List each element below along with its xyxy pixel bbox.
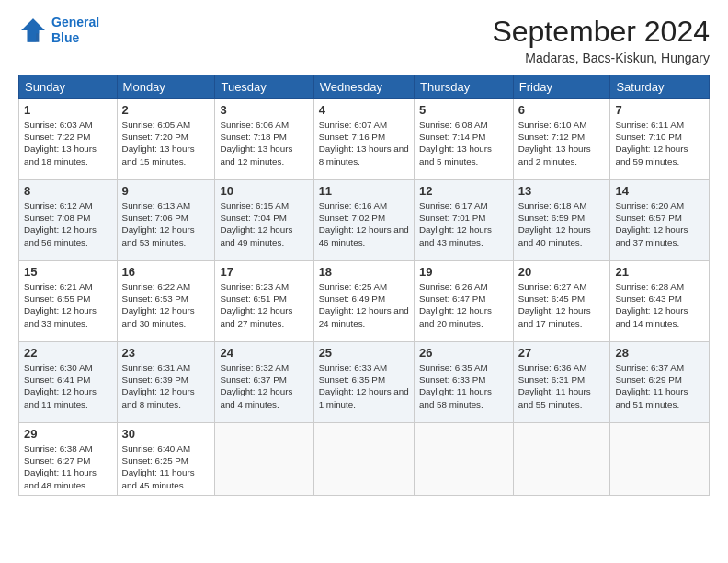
- empty-cell: [215, 423, 313, 496]
- logo: General Blue: [18, 15, 99, 46]
- day-info: Sunrise: 6:28 AMSunset: 6:43 PMDaylight:…: [615, 281, 704, 329]
- day-12: 12 Sunrise: 6:17 AMSunset: 7:01 PMDaylig…: [415, 180, 514, 261]
- day-number: 28: [615, 346, 704, 360]
- day-30: 30 Sunrise: 6:40 AMSunset: 6:25 PMDaylig…: [117, 423, 215, 496]
- logo-icon: [18, 16, 48, 45]
- day-info: Sunrise: 6:35 AMSunset: 6:33 PMDaylight:…: [419, 362, 508, 410]
- month-title: September 2024: [492, 15, 710, 49]
- day-info: Sunrise: 6:12 AMSunset: 7:08 PMDaylight:…: [24, 200, 112, 248]
- day-25: 25 Sunrise: 6:33 AMSunset: 6:35 PMDaylig…: [313, 342, 414, 423]
- day-number: 26: [419, 346, 508, 360]
- day-info: Sunrise: 6:23 AMSunset: 6:51 PMDaylight:…: [220, 281, 308, 329]
- day-info: Sunrise: 6:20 AMSunset: 6:57 PMDaylight:…: [615, 200, 704, 248]
- day-info: Sunrise: 6:05 AMSunset: 7:20 PMDaylight:…: [122, 119, 210, 167]
- day-19: 19 Sunrise: 6:26 AMSunset: 6:47 PMDaylig…: [415, 261, 514, 342]
- day-number: 18: [319, 265, 409, 279]
- location: Madaras, Bacs-Kiskun, Hungary: [492, 51, 710, 65]
- logo-line2: Blue: [51, 30, 79, 45]
- day-number: 5: [419, 103, 508, 117]
- header-saturday: Saturday: [610, 75, 710, 99]
- week-row-3: 15 Sunrise: 6:21 AMSunset: 6:55 PMDaylig…: [19, 261, 710, 342]
- day-number: 13: [518, 184, 606, 198]
- day-info: Sunrise: 6:03 AMSunset: 7:22 PMDaylight:…: [24, 119, 112, 167]
- week-row-1: 1 Sunrise: 6:03 AMSunset: 7:22 PMDayligh…: [19, 99, 710, 180]
- day-info: Sunrise: 6:17 AMSunset: 7:01 PMDaylight:…: [419, 200, 508, 248]
- empty-cell: [415, 423, 514, 496]
- day-23: 23 Sunrise: 6:31 AMSunset: 6:39 PMDaylig…: [117, 342, 215, 423]
- day-27: 27 Sunrise: 6:36 AMSunset: 6:31 PMDaylig…: [513, 342, 610, 423]
- day-info: Sunrise: 6:10 AMSunset: 7:12 PMDaylight:…: [518, 119, 606, 167]
- day-number: 9: [122, 184, 210, 198]
- day-29: 29 Sunrise: 6:38 AMSunset: 6:27 PMDaylig…: [19, 423, 118, 496]
- empty-cell: [313, 423, 414, 496]
- day-info: Sunrise: 6:22 AMSunset: 6:53 PMDaylight:…: [122, 281, 210, 329]
- day-26: 26 Sunrise: 6:35 AMSunset: 6:33 PMDaylig…: [415, 342, 514, 423]
- logo-line1: General: [51, 15, 99, 29]
- header-thursday: Thursday: [415, 75, 514, 99]
- title-block: September 2024 Madaras, Bacs-Kiskun, Hun…: [492, 15, 710, 65]
- day-info: Sunrise: 6:25 AMSunset: 6:49 PMDaylight:…: [319, 281, 409, 329]
- day-7: 7 Sunrise: 6:11 AMSunset: 7:10 PMDayligh…: [610, 99, 710, 180]
- day-9: 9 Sunrise: 6:13 AMSunset: 7:06 PMDayligh…: [117, 180, 215, 261]
- day-number: 17: [220, 265, 308, 279]
- day-11: 11 Sunrise: 6:16 AMSunset: 7:02 PMDaylig…: [313, 180, 414, 261]
- svg-marker-1: [21, 18, 45, 42]
- header-tuesday: Tuesday: [215, 75, 313, 99]
- day-number: 21: [615, 265, 704, 279]
- day-info: Sunrise: 6:08 AMSunset: 7:14 PMDaylight:…: [419, 119, 508, 167]
- week-row-2: 8 Sunrise: 6:12 AMSunset: 7:08 PMDayligh…: [19, 180, 710, 261]
- day-info: Sunrise: 6:40 AMSunset: 6:25 PMDaylight:…: [122, 442, 210, 491]
- header-wednesday: Wednesday: [313, 75, 414, 99]
- day-number: 30: [122, 427, 210, 441]
- day-28: 28 Sunrise: 6:37 AMSunset: 6:29 PMDaylig…: [610, 342, 710, 423]
- day-info: Sunrise: 6:13 AMSunset: 7:06 PMDaylight:…: [122, 200, 210, 248]
- empty-cell: [610, 423, 710, 496]
- day-16: 16 Sunrise: 6:22 AMSunset: 6:53 PMDaylig…: [117, 261, 215, 342]
- day-info: Sunrise: 6:38 AMSunset: 6:27 PMDaylight:…: [24, 442, 112, 491]
- day-17: 17 Sunrise: 6:23 AMSunset: 6:51 PMDaylig…: [215, 261, 313, 342]
- day-info: Sunrise: 6:18 AMSunset: 6:59 PMDaylight:…: [518, 200, 606, 248]
- day-22: 22 Sunrise: 6:30 AMSunset: 6:41 PMDaylig…: [19, 342, 118, 423]
- day-info: Sunrise: 6:07 AMSunset: 7:16 PMDaylight:…: [319, 119, 409, 167]
- week-row-4: 22 Sunrise: 6:30 AMSunset: 6:41 PMDaylig…: [19, 342, 710, 423]
- day-info: Sunrise: 6:36 AMSunset: 6:31 PMDaylight:…: [518, 362, 606, 410]
- day-info: Sunrise: 6:37 AMSunset: 6:29 PMDaylight:…: [615, 362, 704, 410]
- day-info: Sunrise: 6:16 AMSunset: 7:02 PMDaylight:…: [319, 200, 409, 248]
- page: General Blue September 2024 Madaras, Bac…: [0, 0, 728, 563]
- day-15: 15 Sunrise: 6:21 AMSunset: 6:55 PMDaylig…: [19, 261, 118, 342]
- week-row-5: 29 Sunrise: 6:38 AMSunset: 6:27 PMDaylig…: [19, 423, 710, 496]
- day-number: 10: [220, 184, 308, 198]
- day-18: 18 Sunrise: 6:25 AMSunset: 6:49 PMDaylig…: [313, 261, 414, 342]
- header-monday: Monday: [117, 75, 215, 99]
- weekday-header-row: Sunday Monday Tuesday Wednesday Thursday…: [19, 75, 710, 99]
- day-number: 20: [518, 265, 606, 279]
- header: General Blue September 2024 Madaras, Bac…: [18, 15, 710, 65]
- day-13: 13 Sunrise: 6:18 AMSunset: 6:59 PMDaylig…: [513, 180, 610, 261]
- day-number: 7: [615, 103, 704, 117]
- day-24: 24 Sunrise: 6:32 AMSunset: 6:37 PMDaylig…: [215, 342, 313, 423]
- day-10: 10 Sunrise: 6:15 AMSunset: 7:04 PMDaylig…: [215, 180, 313, 261]
- day-info: Sunrise: 6:21 AMSunset: 6:55 PMDaylight:…: [24, 281, 112, 329]
- day-number: 14: [615, 184, 704, 198]
- header-sunday: Sunday: [19, 75, 118, 99]
- day-14: 14 Sunrise: 6:20 AMSunset: 6:57 PMDaylig…: [610, 180, 710, 261]
- day-info: Sunrise: 6:32 AMSunset: 6:37 PMDaylight:…: [220, 362, 308, 410]
- day-number: 1: [24, 103, 112, 117]
- day-number: 24: [220, 346, 308, 360]
- day-number: 22: [24, 346, 112, 360]
- day-info: Sunrise: 6:06 AMSunset: 7:18 PMDaylight:…: [220, 119, 308, 167]
- day-info: Sunrise: 6:30 AMSunset: 6:41 PMDaylight:…: [24, 362, 112, 410]
- day-info: Sunrise: 6:33 AMSunset: 6:35 PMDaylight:…: [319, 362, 409, 410]
- day-2: 2 Sunrise: 6:05 AMSunset: 7:20 PMDayligh…: [117, 99, 215, 180]
- day-number: 27: [518, 346, 606, 360]
- day-number: 23: [122, 346, 210, 360]
- day-number: 25: [319, 346, 409, 360]
- day-4: 4 Sunrise: 6:07 AMSunset: 7:16 PMDayligh…: [313, 99, 414, 180]
- calendar: Sunday Monday Tuesday Wednesday Thursday…: [18, 75, 710, 496]
- day-number: 12: [419, 184, 508, 198]
- day-info: Sunrise: 6:31 AMSunset: 6:39 PMDaylight:…: [122, 362, 210, 410]
- day-info: Sunrise: 6:26 AMSunset: 6:47 PMDaylight:…: [419, 281, 508, 329]
- empty-cell: [513, 423, 610, 496]
- day-3: 3 Sunrise: 6:06 AMSunset: 7:18 PMDayligh…: [215, 99, 313, 180]
- day-info: Sunrise: 6:27 AMSunset: 6:45 PMDaylight:…: [518, 281, 606, 329]
